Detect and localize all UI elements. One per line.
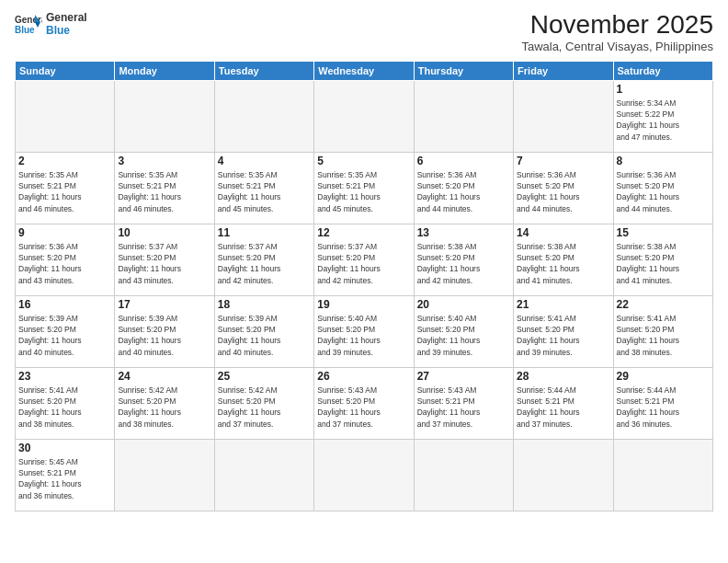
- day-13: 13 Sunrise: 5:38 AMSunset: 5:20 PMDaylig…: [414, 224, 513, 295]
- day-2: 2 Sunrise: 5:35 AMSunset: 5:21 PMDayligh…: [16, 152, 115, 224]
- table-row: 30 Sunrise: 5:45 AMSunset: 5:21 PMDaylig…: [16, 439, 713, 511]
- day-10: 10 Sunrise: 5:37 AMSunset: 5:20 PMDaylig…: [115, 224, 214, 295]
- day-15: 15 Sunrise: 5:38 AMSunset: 5:20 PMDaylig…: [613, 224, 712, 295]
- day-12: 12 Sunrise: 5:37 AMSunset: 5:20 PMDaylig…: [314, 224, 414, 295]
- day-28: 28 Sunrise: 5:44 AMSunset: 5:21 PMDaylig…: [514, 367, 613, 439]
- day-18: 18 Sunrise: 5:39 AMSunset: 5:20 PMDaylig…: [214, 295, 313, 367]
- day-9: 9 Sunrise: 5:36 AMSunset: 5:20 PMDayligh…: [16, 224, 115, 295]
- table-row: 1 Sunrise: 5:34 AMSunset: 5:22 PMDayligh…: [16, 80, 713, 152]
- header-saturday: Saturday: [613, 61, 712, 80]
- page: General Blue General Blue November 2025 …: [0, 0, 728, 563]
- empty-cell: [115, 80, 214, 152]
- empty-cell: [16, 80, 115, 152]
- empty-cell: [514, 439, 613, 511]
- table-row: 9 Sunrise: 5:36 AMSunset: 5:20 PMDayligh…: [16, 224, 713, 295]
- day-8: 8 Sunrise: 5:36 AMSunset: 5:20 PMDayligh…: [613, 152, 712, 224]
- day-21: 21 Sunrise: 5:41 AMSunset: 5:20 PMDaylig…: [514, 295, 613, 367]
- calendar: Sunday Monday Tuesday Wednesday Thursday…: [15, 61, 713, 511]
- table-row: 2 Sunrise: 5:35 AMSunset: 5:21 PMDayligh…: [16, 152, 713, 224]
- day-29: 29 Sunrise: 5:44 AMSunset: 5:21 PMDaylig…: [613, 367, 712, 439]
- header-friday: Friday: [514, 61, 613, 80]
- day-30: 30 Sunrise: 5:45 AMSunset: 5:21 PMDaylig…: [16, 439, 115, 511]
- table-row: 16 Sunrise: 5:39 AMSunset: 5:20 PMDaylig…: [16, 295, 713, 367]
- empty-cell: [314, 80, 414, 152]
- day-23: 23 Sunrise: 5:41 AMSunset: 5:20 PMDaylig…: [16, 367, 115, 439]
- day-4: 4 Sunrise: 5:35 AMSunset: 5:21 PMDayligh…: [214, 152, 313, 224]
- header-sunday: Sunday: [16, 61, 115, 80]
- day-5: 5 Sunrise: 5:35 AMSunset: 5:21 PMDayligh…: [314, 152, 414, 224]
- header-wednesday: Wednesday: [314, 61, 414, 80]
- empty-cell: [214, 439, 313, 511]
- day-6: 6 Sunrise: 5:36 AMSunset: 5:20 PMDayligh…: [414, 152, 513, 224]
- logo-icon: General Blue: [15, 13, 42, 35]
- logo-text-blue: Blue: [46, 24, 87, 37]
- day-22: 22 Sunrise: 5:41 AMSunset: 5:20 PMDaylig…: [613, 295, 712, 367]
- day-14: 14 Sunrise: 5:38 AMSunset: 5:20 PMDaylig…: [514, 224, 613, 295]
- title-section: November 2025 Tawala, Central Visayas, P…: [521, 11, 713, 53]
- header-tuesday: Tuesday: [214, 61, 313, 80]
- day-7: 7 Sunrise: 5:36 AMSunset: 5:20 PMDayligh…: [514, 152, 613, 224]
- location: Tawala, Central Visayas, Philippines: [521, 40, 713, 53]
- day-19: 19 Sunrise: 5:40 AMSunset: 5:20 PMDaylig…: [314, 295, 414, 367]
- header: General Blue General Blue November 2025 …: [15, 11, 713, 53]
- day-27: 27 Sunrise: 5:43 AMSunset: 5:21 PMDaylig…: [414, 367, 513, 439]
- day-26: 26 Sunrise: 5:43 AMSunset: 5:20 PMDaylig…: [314, 367, 414, 439]
- svg-text:Blue: Blue: [15, 25, 35, 35]
- header-monday: Monday: [115, 61, 214, 80]
- day-20: 20 Sunrise: 5:40 AMSunset: 5:20 PMDaylig…: [414, 295, 513, 367]
- logo-text-general: General: [46, 11, 87, 24]
- month-title: November 2025: [521, 11, 713, 40]
- empty-cell: [414, 80, 513, 152]
- day-1: 1 Sunrise: 5:34 AMSunset: 5:22 PMDayligh…: [613, 80, 712, 152]
- empty-cell: [613, 439, 712, 511]
- logo: General Blue General Blue: [15, 11, 87, 38]
- weekday-header-row: Sunday Monday Tuesday Wednesday Thursday…: [16, 61, 713, 80]
- empty-cell: [414, 439, 513, 511]
- table-row: 23 Sunrise: 5:41 AMSunset: 5:20 PMDaylig…: [16, 367, 713, 439]
- day-25: 25 Sunrise: 5:42 AMSunset: 5:20 PMDaylig…: [214, 367, 313, 439]
- day-11: 11 Sunrise: 5:37 AMSunset: 5:20 PMDaylig…: [214, 224, 313, 295]
- svg-marker-3: [35, 22, 40, 28]
- day-24: 24 Sunrise: 5:42 AMSunset: 5:20 PMDaylig…: [115, 367, 214, 439]
- header-thursday: Thursday: [414, 61, 513, 80]
- empty-cell: [115, 439, 214, 511]
- day-16: 16 Sunrise: 5:39 AMSunset: 5:20 PMDaylig…: [16, 295, 115, 367]
- day-3: 3 Sunrise: 5:35 AMSunset: 5:21 PMDayligh…: [115, 152, 214, 224]
- empty-cell: [514, 80, 613, 152]
- empty-cell: [214, 80, 313, 152]
- day-17: 17 Sunrise: 5:39 AMSunset: 5:20 PMDaylig…: [115, 295, 214, 367]
- empty-cell: [314, 439, 414, 511]
